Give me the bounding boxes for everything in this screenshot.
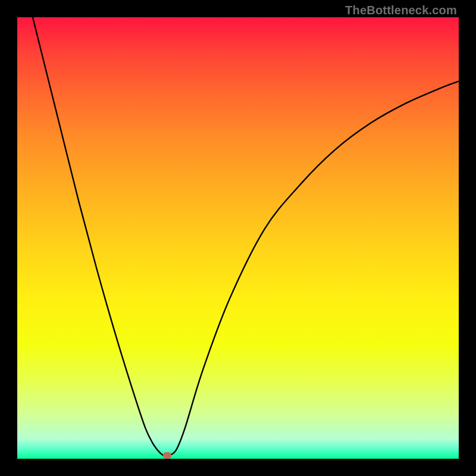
chart-frame: TheBottleneck.com [0, 0, 476, 476]
curve-svg [17, 17, 459, 459]
plot-area [17, 17, 459, 459]
bottleneck-curve [33, 17, 459, 456]
attribution-text: TheBottleneck.com [345, 4, 457, 17]
optimum-marker [163, 452, 171, 459]
